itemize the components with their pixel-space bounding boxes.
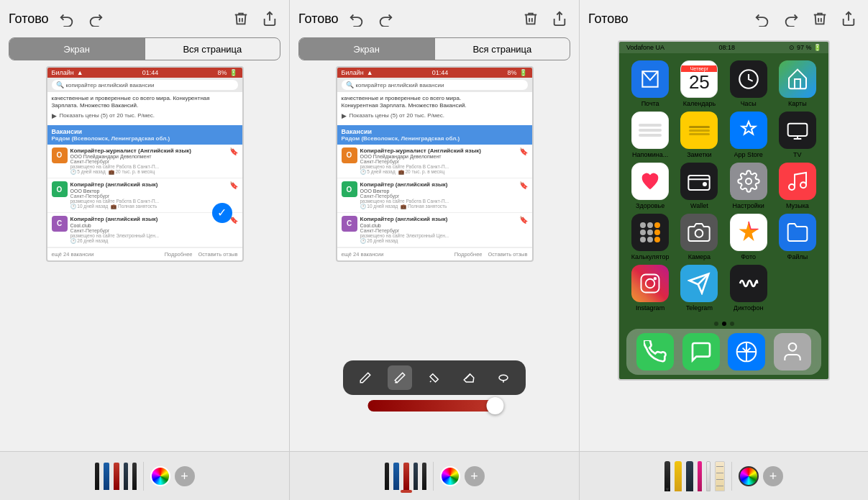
right-color-wheel[interactable] bbox=[739, 466, 759, 486]
right-app-clock[interactable]: Часы bbox=[726, 60, 771, 107]
right-app-maps-label: Карты bbox=[788, 100, 807, 107]
left-fab[interactable]: ✓ bbox=[212, 203, 232, 223]
right-app-voice-memos-label: Диктофон bbox=[734, 304, 764, 312]
right-pen-dark-marker[interactable] bbox=[686, 461, 693, 491]
svg-rect-5 bbox=[788, 124, 808, 136]
right-pen-white[interactable] bbox=[706, 461, 711, 491]
right-redo-button[interactable] bbox=[780, 8, 802, 29]
mid-avatar-0: О bbox=[342, 147, 357, 163]
mid-tool-pencil[interactable] bbox=[353, 365, 378, 390]
right-app-maps[interactable]: Карты bbox=[775, 60, 820, 107]
right-pen-ruler[interactable] bbox=[715, 461, 725, 491]
mid-pen-red-active[interactable] bbox=[403, 463, 409, 490]
right-dot-1 bbox=[714, 322, 718, 326]
right-ios-carrier: Vodafone UA bbox=[626, 44, 664, 51]
right-app-health-label: Здоровье bbox=[636, 202, 664, 209]
mid-tool-lasso[interactable] bbox=[491, 365, 516, 390]
mid-pen-dark[interactable] bbox=[414, 463, 418, 490]
right-pen-black-marker[interactable]: ▼ bbox=[664, 461, 670, 491]
mid-phone-status: Билайн ▲ 01:44 8% 🔋 bbox=[337, 68, 532, 78]
mid-job-item-1: О Копирайтер (английский язык) ООО Векто… bbox=[337, 178, 532, 213]
left-add-button[interactable]: + bbox=[175, 466, 195, 486]
right-trash-button[interactable] bbox=[809, 8, 831, 29]
left-pen-dark-blue[interactable] bbox=[124, 463, 128, 490]
right-app-appstore[interactable]: App Store bbox=[726, 112, 771, 158]
right-add-button[interactable]: + bbox=[763, 466, 783, 486]
mid-share-button[interactable] bbox=[549, 8, 570, 29]
left-trash-button[interactable] bbox=[230, 8, 252, 29]
right-ios-status: Vodafone UA 08:18 ⊙ 97 % 🔋 bbox=[619, 42, 828, 53]
left-redo-button[interactable] bbox=[85, 8, 106, 29]
mid-bookmark-1: 🔖 bbox=[519, 181, 528, 189]
left-phone-screenshot: Билайн ▲ 01:44 8% 🔋 🔍 копирайтер английс… bbox=[46, 66, 244, 262]
mid-redo-button[interactable] bbox=[375, 8, 396, 29]
left-pen-black[interactable] bbox=[95, 463, 99, 490]
mid-segment-fullpage[interactable]: Вся страница bbox=[435, 38, 570, 60]
right-app-notes[interactable]: Заметки bbox=[677, 112, 721, 158]
right-app-mail[interactable]: Почта bbox=[628, 60, 672, 107]
right-app-telegram[interactable]: Telegram bbox=[677, 265, 721, 312]
mid-divider bbox=[433, 462, 434, 491]
right-pen-yellow[interactable] bbox=[675, 461, 682, 491]
right-app-instagram[interactable]: Instagram bbox=[628, 265, 672, 312]
mid-pen-blue-marker[interactable] bbox=[393, 463, 399, 490]
left-phone-status: Билайн ▲ 01:44 8% 🔋 bbox=[47, 68, 242, 78]
mid-slider[interactable] bbox=[368, 400, 501, 412]
right-pen-pink[interactable] bbox=[698, 461, 702, 491]
right-dock-messages[interactable] bbox=[682, 333, 720, 371]
left-pen-red[interactable] bbox=[114, 463, 119, 490]
left-segment-screen[interactable]: Экран bbox=[9, 38, 144, 60]
mid-pen-black[interactable] bbox=[385, 463, 389, 490]
right-app-photos[interactable]: Фото bbox=[726, 214, 771, 260]
right-app-calculator[interactable]: Калькулятор bbox=[628, 214, 672, 260]
mid-slider-thumb[interactable] bbox=[487, 397, 504, 414]
right-app-tv[interactable]: TV bbox=[775, 112, 820, 158]
mid-tool-highlighter[interactable] bbox=[422, 365, 447, 390]
mid-pen-black2[interactable] bbox=[422, 463, 426, 490]
mid-trash-button[interactable] bbox=[520, 8, 542, 29]
mid-tool-marker[interactable] bbox=[388, 365, 412, 390]
right-app-health[interactable]: Здоровье bbox=[628, 163, 672, 209]
left-undo-button[interactable] bbox=[56, 8, 78, 29]
right-app-grid: Почта Четверг 25 Календарь bbox=[619, 53, 828, 319]
left-color-wheel[interactable] bbox=[150, 466, 170, 486]
left-share-button[interactable] bbox=[259, 8, 280, 29]
mid-search-inner: 🔍 копирайтер английский вакансии bbox=[342, 80, 528, 90]
right-app-files[interactable]: Файлы bbox=[775, 214, 820, 260]
left-panel: Готово Экран Вся страница bbox=[0, 0, 290, 500]
mid-segment-screen[interactable]: Экран bbox=[299, 38, 434, 60]
left-pen-blue-marker[interactable] bbox=[104, 463, 109, 490]
right-share-button[interactable] bbox=[838, 8, 859, 29]
left-carrier: Билайн bbox=[52, 69, 74, 76]
right-app-reminders[interactable]: Напомина... bbox=[628, 112, 672, 158]
left-screenshot-wrap: Билайн ▲ 01:44 8% 🔋 🔍 копирайтер английс… bbox=[0, 66, 289, 451]
left-segment-fullpage[interactable]: Вся страница bbox=[145, 38, 280, 60]
mid-color-wheel[interactable] bbox=[440, 466, 460, 486]
right-app-settings[interactable]: Настройки bbox=[726, 163, 771, 209]
mid-section-header: Вакансии Рядом (Всеволожск, Ленинградска… bbox=[337, 125, 532, 145]
left-done-button[interactable]: Готово bbox=[9, 12, 49, 27]
right-dock-contacts[interactable] bbox=[774, 333, 811, 371]
left-pen-black2[interactable] bbox=[132, 463, 137, 490]
mid-add-button[interactable]: + bbox=[465, 466, 485, 486]
mid-tool-eraser[interactable] bbox=[457, 365, 481, 390]
right-app-camera[interactable]: Камера bbox=[677, 214, 721, 260]
left-job-info-1: Копирайтер (английский язык) ООО Вектор … bbox=[70, 181, 227, 209]
right-app-music[interactable]: Музыка bbox=[775, 163, 820, 209]
right-undo-button[interactable] bbox=[751, 8, 773, 29]
right-app-wallet[interactable]: Wallet bbox=[677, 163, 721, 209]
right-app-voice-memos[interactable]: Диктофон bbox=[726, 265, 771, 312]
right-app-calendar[interactable]: Четверг 25 Календарь bbox=[677, 60, 721, 107]
right-app-photos-label: Фото bbox=[741, 253, 756, 260]
right-dock-safari[interactable] bbox=[728, 333, 765, 371]
mid-topbar: Готово bbox=[290, 0, 579, 37]
left-time: 01:44 bbox=[142, 69, 159, 76]
right-ios-time: 08:18 bbox=[719, 44, 736, 51]
right-dock-phone[interactable] bbox=[636, 333, 674, 371]
mid-time: 01:44 bbox=[432, 69, 449, 76]
right-done-button[interactable]: Готово bbox=[588, 12, 629, 27]
mid-undo-button[interactable] bbox=[346, 8, 367, 29]
svg-point-8 bbox=[746, 178, 751, 184]
mid-done-button[interactable]: Готово bbox=[298, 12, 339, 27]
mid-wifi-icon: ▲ bbox=[367, 69, 373, 76]
